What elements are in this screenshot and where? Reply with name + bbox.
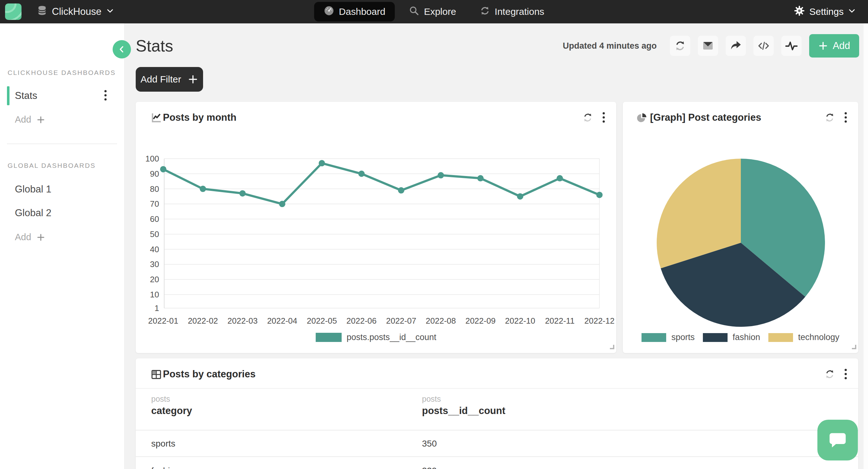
plus-icon xyxy=(188,74,198,85)
envelope-icon xyxy=(702,39,714,52)
table-divider xyxy=(136,430,858,430)
pulse-icon xyxy=(785,39,798,53)
selected-indicator xyxy=(7,86,9,105)
chart-legend: posts.posts__id__count xyxy=(136,332,616,342)
legend-label: sports xyxy=(671,332,695,342)
column-group-label: posts xyxy=(151,394,170,404)
main-nav: Dashboard Explore Integrations xyxy=(0,0,868,23)
cell-count: 350 xyxy=(422,439,437,449)
sidebar-item-label: Global 2 xyxy=(15,207,51,219)
svg-text:2022-01: 2022-01 xyxy=(148,316,178,326)
card-title: [Graph] Post categories xyxy=(650,112,761,123)
svg-text:2022-07: 2022-07 xyxy=(386,316,416,326)
gear-icon xyxy=(793,5,805,19)
column-header-count[interactable]: posts__id__count xyxy=(422,405,505,416)
svg-text:80: 80 xyxy=(150,184,159,194)
chevron-left-icon xyxy=(117,45,126,54)
svg-text:50: 50 xyxy=(150,229,159,239)
posts-by-month-chart: 11020304050607080901002022-012022-022022… xyxy=(136,102,616,353)
card-resize-handle[interactable] xyxy=(610,345,614,349)
svg-text:30: 30 xyxy=(150,260,159,269)
sidebar-section-title: GLOBAL DASHBOARDS xyxy=(8,162,96,169)
search-icon xyxy=(409,5,420,18)
svg-text:1: 1 xyxy=(155,303,159,313)
legend-label: fashion xyxy=(733,332,760,342)
legend-entry: posts.posts__id__count xyxy=(316,332,437,342)
pie-chart-icon xyxy=(636,112,648,125)
svg-text:2022-05: 2022-05 xyxy=(307,316,337,326)
svg-text:2022-02: 2022-02 xyxy=(188,316,218,326)
svg-text:2022-03: 2022-03 xyxy=(227,316,257,326)
refresh-icon xyxy=(674,39,686,52)
forward-arrow-icon xyxy=(730,39,742,52)
top-navigation-bar: ClickHouse Dashboard Explore Integration… xyxy=(0,0,868,23)
table-divider xyxy=(136,388,858,389)
tab-integrations[interactable]: Integrations xyxy=(470,2,554,22)
sidebar-collapse-button[interactable] xyxy=(113,40,131,59)
svg-text:40: 40 xyxy=(150,245,159,254)
svg-text:70: 70 xyxy=(150,199,159,209)
sidebar-item-stats[interactable]: Stats xyxy=(0,85,125,106)
card-refresh-button[interactable] xyxy=(824,112,835,125)
activity-button[interactable] xyxy=(781,36,802,56)
settings-menu[interactable]: Settings xyxy=(793,0,856,23)
column-header-category[interactable]: category xyxy=(151,405,192,416)
table-card: Posts by categories posts category posts… xyxy=(136,358,858,469)
item-kebab-menu-icon[interactable] xyxy=(104,90,106,100)
refresh-icon xyxy=(824,112,835,123)
sidebar-item-global-2[interactable]: Global 2 xyxy=(0,203,125,224)
svg-text:2022-10: 2022-10 xyxy=(505,316,535,326)
tab-explore-label: Explore xyxy=(424,6,456,17)
card-refresh-button[interactable] xyxy=(824,368,835,381)
svg-text:2022-11: 2022-11 xyxy=(545,316,575,326)
page-header: Stats Updated 4 minutes ago Add xyxy=(136,32,859,60)
svg-text:90: 90 xyxy=(150,169,159,178)
card-resize-handle[interactable] xyxy=(852,345,856,349)
card-header: [Graph] Post categories xyxy=(623,102,858,133)
legend-swatch xyxy=(768,333,793,342)
legend-label: technology xyxy=(798,332,840,342)
dashboards-sidebar: CLICKHOUSE DASHBOARDS Stats Add GLOBAL D… xyxy=(0,23,125,469)
card-kebab-menu-icon[interactable] xyxy=(845,369,847,379)
legend-label: posts.posts__id__count xyxy=(347,332,437,342)
card-title: Posts by categories xyxy=(163,368,256,380)
cell-category: sports xyxy=(151,439,175,449)
svg-text:100: 100 xyxy=(146,154,159,163)
tab-integrations-label: Integrations xyxy=(495,6,545,17)
plus-icon xyxy=(36,233,45,242)
chat-widget-button[interactable] xyxy=(817,420,858,461)
page-scrollbar[interactable] xyxy=(864,23,868,469)
add-widget-button[interactable]: Add xyxy=(809,34,859,58)
svg-text:10: 10 xyxy=(150,290,159,299)
refresh-icon xyxy=(824,368,835,380)
email-report-button[interactable] xyxy=(698,36,718,56)
add-dashboard-button[interactable]: Add xyxy=(15,114,45,125)
sidebar-divider xyxy=(7,143,117,144)
table-divider xyxy=(136,456,858,457)
embed-code-button[interactable] xyxy=(753,36,774,56)
sidebar-item-label: Global 1 xyxy=(15,183,51,195)
svg-text:2022-12: 2022-12 xyxy=(584,316,614,326)
add-widget-label: Add xyxy=(833,40,850,52)
sync-icon xyxy=(479,5,490,18)
refresh-dashboard-button[interactable] xyxy=(670,36,690,56)
sidebar-item-global-1[interactable]: Global 1 xyxy=(0,179,125,200)
tab-dashboard[interactable]: Dashboard xyxy=(314,2,395,22)
settings-label: Settings xyxy=(809,6,844,17)
add-filter-button[interactable]: Add Filter xyxy=(136,67,203,92)
svg-text:2022-04: 2022-04 xyxy=(267,316,297,326)
tab-explore[interactable]: Explore xyxy=(399,2,466,22)
add-label: Add xyxy=(15,232,31,242)
legend-swatch xyxy=(642,333,666,342)
chevron-down-icon xyxy=(848,6,856,17)
card-header: Posts by categories xyxy=(136,358,858,388)
line-chart-card: Posts by month 1102030405060708090100202… xyxy=(136,102,616,353)
page-title: Stats xyxy=(136,36,173,55)
add-dashboard-button[interactable]: Add xyxy=(15,232,45,242)
card-kebab-menu-icon[interactable] xyxy=(845,112,847,123)
legend-entry: technology xyxy=(768,332,840,342)
sidebar-item-label: Stats xyxy=(15,90,37,101)
svg-text:2022-09: 2022-09 xyxy=(465,316,495,326)
post-categories-pie xyxy=(657,159,825,327)
share-button[interactable] xyxy=(726,36,746,56)
